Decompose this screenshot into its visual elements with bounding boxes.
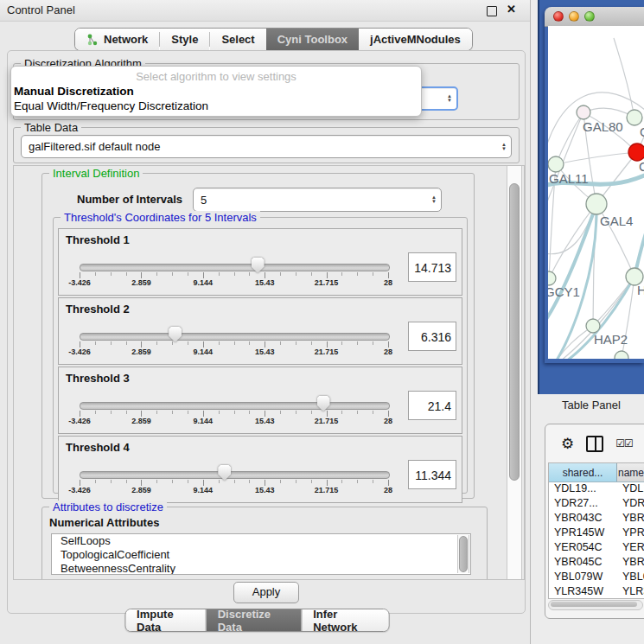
tick-mark (311, 272, 312, 276)
table-row[interactable]: YDL19...YDL19... (549, 482, 644, 497)
network-edge[interactable] (552, 358, 622, 359)
threshold-label: Threshold 2 (66, 303, 130, 316)
settings-scrollbar-thumb[interactable] (509, 183, 520, 481)
network-canvas[interactable]: GAL80GACGAL11GAL4GCY1HHAP2 (548, 26, 644, 359)
gear-icon[interactable]: ⚙ (561, 435, 574, 453)
network-node[interactable] (615, 351, 628, 359)
tab-style[interactable]: Style (160, 29, 209, 50)
network-edge[interactable] (614, 38, 634, 118)
thresholds-group: Threshold's Coordinates for 5 Intervals … (53, 217, 468, 494)
network-edge[interactable] (634, 211, 644, 277)
table-row[interactable]: YLR345WYLR345W (549, 585, 644, 599)
control-panel-window: Control Panel ✕ NetworkStyleSelectCyni T… (0, 0, 531, 644)
table-row[interactable]: YPR145WYPR145W (549, 526, 644, 541)
tab-select[interactable]: Select (210, 29, 265, 50)
threshold-block: Threshold 2-3.4262.8599.14415.4321.71528… (58, 297, 462, 365)
network-node-gcy1[interactable] (548, 271, 556, 285)
tab-cyni-toolbox[interactable]: Cyni Toolbox (266, 29, 359, 50)
num-intervals-label: Number of Intervals (77, 193, 182, 206)
tick-mark (126, 480, 127, 483)
tick-label: 28 (384, 486, 392, 494)
zoom-traffic-light[interactable] (584, 11, 595, 22)
threshold-block: Threshold 3-3.4262.8599.14415.4321.71528… (58, 367, 462, 434)
cell-name: YER054C (617, 541, 644, 556)
tick-label: 2.859 (131, 417, 151, 425)
table-row[interactable]: YBR045CYBR045C (549, 556, 644, 571)
tick-mark (156, 411, 157, 414)
settings-scrollbar[interactable] (507, 166, 522, 579)
table-row[interactable]: YDR27...YDR27... (549, 497, 644, 512)
tick-label: -3.426 (68, 417, 91, 425)
network-edge[interactable] (556, 152, 637, 164)
select-columns-icon[interactable]: ☑☑ (615, 437, 633, 450)
slider-thumb[interactable] (252, 258, 265, 273)
tick-label: -3.426 (68, 348, 91, 356)
tick-mark (156, 341, 157, 345)
stepper-icon[interactable]: ▲▼ (443, 94, 456, 103)
network-node-ga[interactable] (627, 110, 642, 125)
close-icon[interactable]: ✕ (507, 3, 516, 16)
tick-mark (341, 341, 342, 345)
slider-track[interactable] (80, 264, 390, 271)
tab-impute-data[interactable]: Impute Data (125, 609, 206, 631)
table-hscrollbar[interactable] (548, 600, 643, 610)
network-node-hap2[interactable] (586, 319, 600, 333)
column-header-name[interactable]: name (617, 463, 644, 481)
tab-discretize-data[interactable]: Discretize Data (206, 609, 301, 631)
tab-network[interactable]: Network (75, 29, 159, 50)
table-row[interactable]: YBL079WYBL079W (549, 571, 644, 585)
slider-track[interactable] (80, 333, 390, 341)
threshold-value-field[interactable]: 21.4 (408, 391, 456, 420)
slider-thumb[interactable] (317, 396, 330, 411)
cell-shared-name: YBR045C (549, 556, 617, 571)
tick-label: 15.43 (255, 486, 275, 494)
stepper-icon[interactable]: ▲▼ (427, 195, 441, 204)
tick-mark (341, 272, 342, 276)
stepper-icon[interactable]: ▲▼ (497, 143, 511, 151)
attribute-list-item[interactable]: BetweennessCentrality (52, 562, 470, 575)
attributes-scrollbar[interactable] (457, 535, 469, 573)
tick-mark (95, 480, 96, 483)
table-row[interactable]: YER054CYER054C (549, 541, 644, 556)
algorithm-option[interactable]: Equal Width/Frequency Discretization (11, 99, 421, 114)
attribute-list-item[interactable]: SelfLoops (52, 534, 470, 548)
tick-mark (265, 480, 265, 486)
network-node-gal11[interactable] (548, 156, 564, 172)
slider-track[interactable] (80, 471, 390, 479)
tick-label: 28 (384, 417, 392, 425)
close-traffic-light[interactable] (553, 11, 564, 22)
algorithm-option[interactable]: Manual Discretization (11, 85, 421, 99)
tab-infer-network[interactable]: Infer Network (301, 609, 388, 631)
attributes-scrollbar-thumb[interactable] (459, 536, 468, 572)
threshold-label: Threshold 1 (66, 233, 130, 246)
tick-mark (188, 272, 188, 276)
table-data-group: Table Data galFiltered.sif default node … (13, 127, 520, 163)
network-edge[interactable] (556, 112, 583, 164)
columns-icon[interactable] (586, 436, 603, 452)
network-node-gal80[interactable] (577, 105, 590, 119)
float-window-icon[interactable] (487, 6, 497, 16)
tab-jactivemnodules[interactable]: jActiveMNodules (359, 29, 472, 50)
threshold-value-field[interactable]: 14.713 (408, 252, 456, 282)
num-intervals-combobox[interactable]: 5 ▲▼ (193, 188, 442, 212)
network-node-gal4[interactable] (586, 194, 607, 214)
column-header-shared-name[interactable]: shared... (549, 463, 617, 481)
slider-track[interactable] (80, 402, 390, 410)
attribute-list-item[interactable]: TopologicalCoefficient (52, 548, 470, 562)
slider-thumb[interactable] (218, 465, 231, 481)
network-node-label: C (639, 159, 644, 174)
table-hscrollbar-thumb[interactable] (551, 602, 637, 607)
network-node-c[interactable] (628, 143, 644, 161)
apply-button[interactable]: Apply (233, 582, 299, 603)
tick-mark (249, 411, 250, 414)
tick-mark (388, 272, 389, 278)
threshold-value-field[interactable]: 11.344 (408, 460, 456, 489)
num-intervals-value: 5 (194, 194, 427, 207)
table-data-combobox[interactable]: galFiltered.sif default node ▲▼ (21, 135, 512, 158)
minimize-traffic-light[interactable] (569, 11, 579, 22)
control-panel-titlebar: Control Panel ✕ (0, 0, 530, 22)
threshold-value-field[interactable]: 6.316 (408, 322, 456, 351)
table-row[interactable]: YBR043CYBR043C (549, 512, 644, 526)
slider-thumb[interactable] (169, 327, 182, 342)
tick-mark (373, 272, 373, 276)
